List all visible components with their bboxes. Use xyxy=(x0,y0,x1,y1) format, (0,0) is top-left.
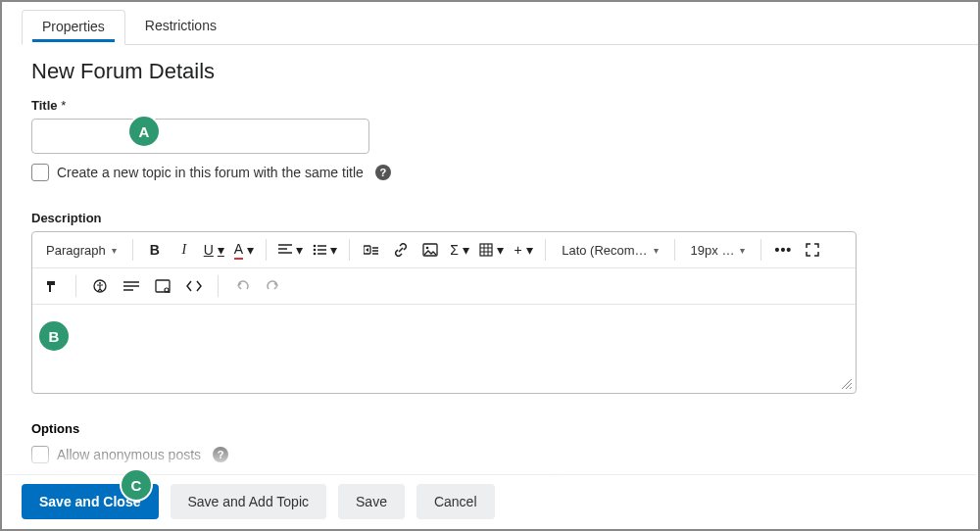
save-and-add-topic-button[interactable]: Save and Add Topic xyxy=(171,484,327,519)
font-family-dropdown[interactable]: Lato (Recom…▾ xyxy=(554,236,665,264)
source-code-button[interactable] xyxy=(180,272,208,300)
image-button[interactable] xyxy=(416,236,444,264)
save-button[interactable]: Save xyxy=(338,484,405,519)
rte-toolbar: Paragraph▾ B I U▾ A▾ ▾ ▾ Σ▾ ▾ +▾ xyxy=(32,232,856,268)
fullscreen-button[interactable] xyxy=(799,236,826,264)
create-topic-checkbox[interactable] xyxy=(31,164,49,181)
cancel-button[interactable]: Cancel xyxy=(416,484,495,519)
insert-stuff-button[interactable] xyxy=(358,236,385,264)
main-panel: New Forum Details Title * Create a new t… xyxy=(2,45,978,514)
chevron-down-icon: ▾ xyxy=(218,242,224,258)
svg-point-1 xyxy=(314,249,317,252)
create-topic-label: Create a new topic in this forum with th… xyxy=(57,165,364,180)
title-input[interactable] xyxy=(31,119,369,154)
bold-button[interactable]: B xyxy=(141,236,169,264)
svg-rect-9 xyxy=(156,280,170,292)
svg-rect-6 xyxy=(480,244,492,256)
chevron-down-icon: ▾ xyxy=(247,242,254,258)
chevron-down-icon: ▾ xyxy=(330,242,337,258)
chevron-down-icon: ▾ xyxy=(497,242,504,258)
underline-button[interactable]: U▾ xyxy=(200,236,228,264)
format-painter-button[interactable] xyxy=(38,272,66,300)
insert-button[interactable]: +▾ xyxy=(510,236,537,264)
title-label: Title * xyxy=(31,98,949,113)
title-label-text: Title xyxy=(31,98,58,113)
save-and-add-label: Save and Add Topic xyxy=(188,494,310,509)
required-indicator: * xyxy=(61,98,66,113)
tab-bar: Properties Restrictions xyxy=(22,10,978,45)
app-frame: Properties Restrictions New Forum Detail… xyxy=(0,0,980,531)
allow-anon-row: Allow anonymous posts ? xyxy=(31,446,949,463)
help-icon[interactable]: ? xyxy=(213,447,228,462)
tab-restrictions-label: Restrictions xyxy=(145,18,217,33)
equation-button[interactable]: Σ▾ xyxy=(446,236,473,264)
allow-anon-checkbox[interactable] xyxy=(31,446,49,463)
callout-marker-c: C xyxy=(122,470,151,500)
svg-point-8 xyxy=(99,282,101,284)
options-label: Options xyxy=(31,421,949,436)
list-button[interactable]: ▾ xyxy=(309,236,341,264)
help-icon[interactable]: ? xyxy=(375,165,391,180)
chevron-down-icon: ▾ xyxy=(463,242,469,258)
table-button[interactable]: ▾ xyxy=(475,236,508,264)
tab-properties[interactable]: Properties xyxy=(22,10,125,45)
chevron-down-icon: ▾ xyxy=(526,242,533,258)
page-title: New Forum Details xyxy=(31,59,949,84)
description-label: Description xyxy=(31,211,949,225)
tab-properties-label: Properties xyxy=(42,19,105,34)
content-area: Properties Restrictions New Forum Detail… xyxy=(2,10,978,514)
font-size-label: 19px … xyxy=(691,243,735,258)
create-topic-row: Create a new topic in this forum with th… xyxy=(31,164,949,181)
paragraph-style-label: Paragraph xyxy=(46,243,106,258)
link-button[interactable] xyxy=(387,236,415,264)
redo-button[interactable] xyxy=(260,272,287,300)
rich-text-editor: Paragraph▾ B I U▾ A▾ ▾ ▾ Σ▾ ▾ +▾ xyxy=(31,231,857,394)
font-size-dropdown[interactable]: 19px …▾ xyxy=(683,236,754,264)
preview-button[interactable] xyxy=(149,272,176,300)
chevron-down-icon: ▾ xyxy=(296,242,303,258)
svg-point-2 xyxy=(314,253,317,256)
chevron-down-icon: ▾ xyxy=(654,245,659,256)
chevron-down-icon: ▾ xyxy=(112,245,117,256)
more-button[interactable]: ••• xyxy=(769,236,797,264)
callout-marker-a: A xyxy=(129,117,159,146)
callout-marker-b: B xyxy=(39,321,69,351)
tab-restrictions[interactable]: Restrictions xyxy=(125,10,236,44)
allow-anon-label: Allow anonymous posts xyxy=(57,447,201,462)
svg-point-0 xyxy=(314,245,317,248)
resize-handle-icon[interactable] xyxy=(840,377,854,391)
accessibility-checker-button[interactable] xyxy=(86,272,114,300)
undo-button[interactable] xyxy=(228,272,256,300)
svg-point-5 xyxy=(426,247,429,250)
editor-textarea[interactable] xyxy=(32,305,856,393)
paragraph-style-dropdown[interactable]: Paragraph▾ xyxy=(38,236,124,264)
save-label: Save xyxy=(356,494,387,509)
font-color-button[interactable]: A▾ xyxy=(230,236,258,264)
font-family-label: Lato (Recom… xyxy=(562,243,647,258)
align-button[interactable]: ▾ xyxy=(274,236,307,264)
chevron-down-icon: ▾ xyxy=(740,245,745,256)
cancel-label: Cancel xyxy=(434,494,477,509)
italic-button[interactable]: I xyxy=(171,236,198,264)
rte-toolbar-row2 xyxy=(32,268,856,305)
word-count-button[interactable] xyxy=(118,272,145,300)
